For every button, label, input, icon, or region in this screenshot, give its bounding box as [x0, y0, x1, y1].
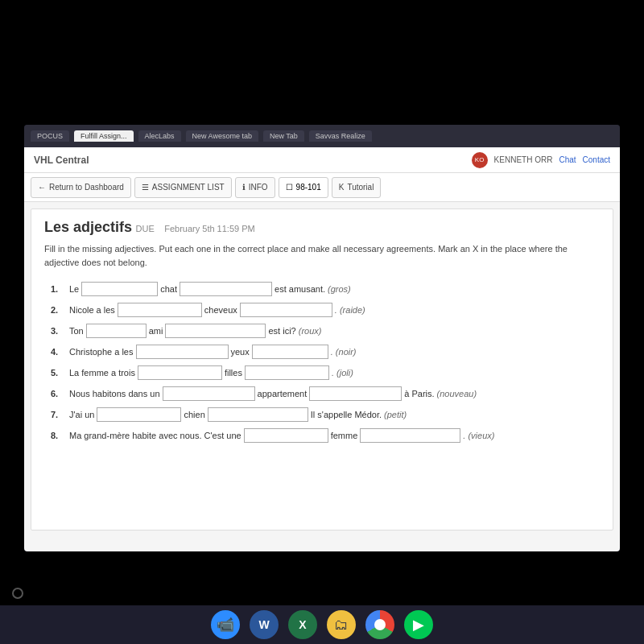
exercise-row-8: 8. Ma grand-mère habite avec nous. C'est…: [51, 428, 600, 443]
exercise-num-8: 8.: [51, 431, 67, 440]
ex2-hint: . (raide): [335, 305, 365, 315]
vhl-logo: VHL Central: [34, 155, 89, 166]
ex4-input1[interactable]: [136, 345, 229, 359]
play-icon[interactable]: ▶: [404, 610, 433, 639]
exercise-num-3: 3.: [51, 326, 67, 336]
list-icon: ☰: [142, 183, 149, 192]
chat-link[interactable]: Chat: [559, 155, 576, 164]
ex2-input1[interactable]: [118, 303, 202, 317]
back-to-dashboard-button[interactable]: ← Return to Dashboard: [31, 177, 131, 198]
ex8-text2: femme: [331, 431, 358, 440]
browser-tab-bar: POCUS Fulfill Assign... AlecLabs New Awe…: [24, 125, 620, 147]
info-button[interactable]: ℹ INFO: [235, 177, 275, 198]
ex6-text2: appartement: [258, 389, 308, 398]
ex6-input1[interactable]: [163, 386, 255, 401]
ex1-hint: (gros): [328, 284, 351, 294]
ex3-text1: Ton: [69, 326, 84, 336]
ex1-text1: Le: [69, 284, 79, 294]
chrome-icon[interactable]: [365, 610, 394, 639]
vhl-user-area: KO KENNETH ORR Chat Contact: [472, 152, 610, 168]
due-date: February 5th 11:59 PM: [164, 224, 255, 233]
exercise-row-6: 6. Nous habitons dans un appartement à P…: [51, 386, 600, 401]
due-label: DUE: [136, 224, 155, 233]
assignment-title: Les adjectifs: [44, 219, 132, 235]
ex3-input1[interactable]: [86, 324, 147, 338]
tutorial-button[interactable]: K Tutorial: [332, 177, 382, 198]
ex8-input1[interactable]: [244, 428, 328, 443]
exercise-row-5: 5. La femme a trois filles . (joli): [51, 365, 600, 380]
ex3-input2[interactable]: [165, 324, 266, 338]
exercise-num-6: 6.: [51, 389, 67, 398]
exercise-list: 1. Le chat est amusant. (gros) 2. Nicole…: [44, 282, 600, 443]
tab-newtab[interactable]: New Tab: [263, 130, 304, 142]
exercise-num-1: 1.: [51, 284, 67, 294]
ex8-text1: Ma grand-mère habite avec nous. C'est un…: [69, 431, 242, 440]
files-icon[interactable]: 🗂: [327, 610, 356, 639]
word-icon[interactable]: W: [250, 610, 279, 639]
main-content: Les adjectifs DUE February 5th 11:59 PM …: [31, 208, 613, 530]
exercise-row-7: 7. J'ai un chien Il s'appelle Médor. (pe…: [51, 407, 600, 422]
tab-savvas[interactable]: Savvas Realize: [309, 130, 372, 142]
exercise-num-4: 4.: [51, 347, 67, 357]
instructions: Fill in the missing adjectives. Put each…: [44, 242, 600, 269]
ex1-input2[interactable]: [180, 282, 272, 296]
tab-newawesome[interactable]: New Awesome tab: [186, 130, 258, 142]
info-icon: ℹ: [242, 183, 246, 192]
zoom-icon[interactable]: 📹: [211, 610, 240, 639]
exercise-num-5: 5.: [51, 368, 67, 378]
ex1-text2: chat: [160, 284, 177, 294]
exercise-num-2: 2.: [51, 305, 67, 315]
ex5-hint: . (joli): [332, 368, 353, 378]
ex4-text1: Christophe a les: [69, 347, 134, 357]
ex2-text1: Nicole a les: [69, 305, 115, 315]
ex8-input2[interactable]: [360, 428, 460, 443]
ex7-text1: J'ai un: [69, 410, 94, 419]
exercise-row-4: 4. Christophe a les yeux . (noir): [51, 345, 600, 359]
tab-fulfill[interactable]: Fulfill Assign...: [74, 130, 134, 142]
ex5-input1[interactable]: [138, 365, 222, 380]
ex6-text1: Nous habitons dans un: [69, 389, 160, 398]
back-arrow-icon: ←: [38, 183, 46, 192]
ex6-input2[interactable]: [309, 386, 402, 401]
tab-aleclabs[interactable]: AlecLabs: [138, 130, 181, 142]
score-button[interactable]: ☐ 98-101: [279, 177, 328, 198]
ex4-hint: . (noir): [331, 347, 357, 357]
tutorial-icon: K: [339, 183, 345, 192]
user-name: KENNETH ORR: [494, 155, 553, 164]
browser-window: POCUS Fulfill Assign... AlecLabs New Awe…: [24, 125, 620, 551]
excel-icon[interactable]: X: [288, 610, 317, 639]
tab-pocus[interactable]: POCUS: [31, 130, 69, 142]
ex3-hint: (roux): [299, 326, 322, 336]
ex7-text2: chien: [184, 410, 204, 419]
ex1-input1[interactable]: [81, 282, 158, 296]
contact-link[interactable]: Contact: [583, 155, 610, 164]
ex3-text2: ami: [149, 326, 163, 336]
nav-bar: ← Return to Dashboard ☰ ASSIGNMENT LIST …: [24, 173, 620, 202]
ex7-hint: (petit): [384, 410, 407, 419]
score-icon: ☐: [286, 183, 293, 192]
exercise-row-2: 2. Nicole a les cheveux . (raide): [51, 303, 600, 317]
ex2-input2[interactable]: [240, 303, 332, 317]
taskbar: 📹 W X 🗂 ▶: [0, 605, 644, 644]
ex4-text2: yeux: [231, 347, 250, 357]
assignment-list-button[interactable]: ☰ ASSIGNMENT LIST: [134, 177, 232, 198]
ex6-hint: (nouveau): [437, 389, 477, 398]
exercise-row-3: 3. Ton ami est ici? (roux): [51, 324, 600, 338]
page-content: VHL Central KO KENNETH ORR Chat Contact …: [24, 147, 620, 551]
ex8-hint: . (vieux): [463, 431, 494, 440]
ex7-text3: Il s'appelle Médor.: [311, 410, 382, 419]
ex2-text2: cheveux: [204, 305, 237, 315]
ex1-text3: est amusant.: [275, 284, 325, 294]
avatar: KO: [472, 152, 488, 168]
exercise-row-1: 1. Le chat est amusant. (gros): [51, 282, 600, 296]
ex5-text1: La femme a trois: [69, 368, 135, 378]
assignment-header: Les adjectifs DUE February 5th 11:59 PM: [44, 219, 600, 236]
ex7-input1[interactable]: [97, 407, 181, 422]
ex5-input2[interactable]: [245, 365, 329, 380]
ex4-input2[interactable]: [252, 345, 328, 359]
exercise-num-7: 7.: [51, 410, 67, 419]
ex3-text3: est ici?: [268, 326, 295, 336]
ex6-text3: à Paris.: [404, 389, 434, 398]
ex7-input2[interactable]: [208, 407, 308, 422]
ex5-text2: filles: [225, 368, 242, 378]
